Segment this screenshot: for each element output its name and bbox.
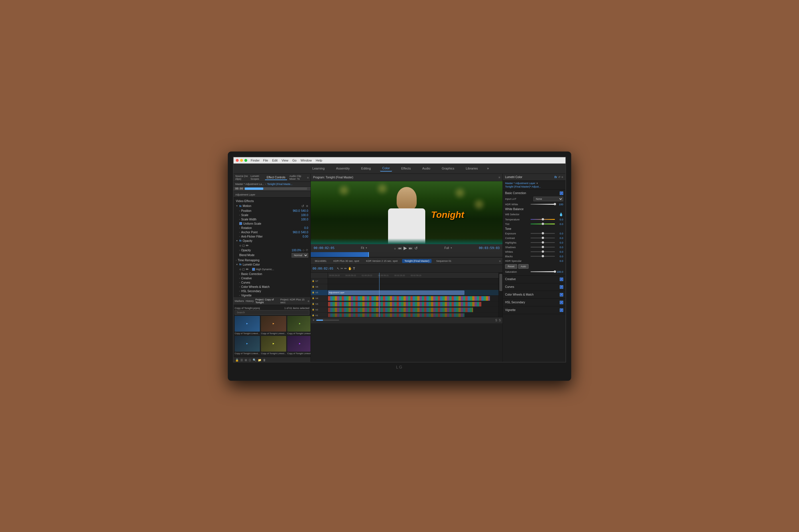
project-search-input[interactable] xyxy=(235,310,309,315)
project-delete-icon[interactable]: 🗑 xyxy=(263,359,266,362)
menu-edit[interactable]: Edit xyxy=(272,159,277,162)
auto-button[interactable]: Auto xyxy=(518,264,529,269)
tint-slider[interactable] xyxy=(530,224,555,224)
anchor-y[interactable]: 540.0 xyxy=(301,231,308,234)
high-dynamic-checkbox[interactable] xyxy=(252,268,255,271)
colorful-clips-v2[interactable] xyxy=(328,308,473,312)
contrast-slider[interactable] xyxy=(530,238,555,239)
scale-value[interactable]: 100.0 xyxy=(301,213,308,217)
opacity-value-toggle[interactable]: › xyxy=(239,249,240,251)
workspace-tab-libraries[interactable]: Libraries xyxy=(464,166,480,171)
lumetri-toggle[interactable]: ▼ xyxy=(236,263,238,266)
tool-razor[interactable]: ✂ xyxy=(341,267,343,270)
workspace-tab-editing[interactable]: Editing xyxy=(359,166,373,171)
scrollbar-thumb[interactable] xyxy=(500,274,502,291)
opacity-value[interactable]: 100.0% xyxy=(292,249,301,252)
panel-menu-project-icon[interactable]: ≡ xyxy=(308,300,309,303)
project-folder-icon[interactable]: 📁 xyxy=(258,359,261,362)
timeline-current-timecode[interactable]: 00:00:02:05 xyxy=(312,267,333,270)
color-wheels-ec-row[interactable]: › Color Wheels & Match xyxy=(234,285,310,289)
timeline-tab-961[interactable]: 961A6981 xyxy=(312,259,329,263)
add-marker-btn[interactable]: ⬦ xyxy=(394,246,396,250)
tool-selection[interactable]: ↖ xyxy=(337,267,340,270)
play-btn[interactable]: ▶ xyxy=(403,245,407,251)
media-item-2[interactable]: ▶ Copy of Tonight Linked... xyxy=(287,316,311,335)
workspace-tab-color[interactable]: Color xyxy=(380,165,392,172)
menu-help[interactable]: Help xyxy=(316,159,322,162)
lumetri-fx-toggle[interactable]: fx xyxy=(554,175,557,179)
tab-lumetri-scopes[interactable]: Lumetri Scopes xyxy=(251,175,263,180)
workspace-tab-effects[interactable]: Effects xyxy=(399,166,413,171)
zoom-out-btn[interactable]: S xyxy=(499,319,501,322)
menu-file[interactable]: File xyxy=(263,159,268,162)
rotation-value[interactable]: 0.0 xyxy=(304,226,308,230)
anti-flicker-value[interactable]: 0.00 xyxy=(303,235,308,238)
color-wheels-title[interactable]: Color Wheels & Match ✓ xyxy=(503,292,565,297)
minimize-button[interactable] xyxy=(240,159,243,162)
anchor-x[interactable]: 960.0 xyxy=(293,231,300,234)
anti-flicker-toggle[interactable]: › xyxy=(239,235,240,238)
media-item-5[interactable]: ▶ Copy of Tonight Linked... xyxy=(287,336,311,355)
timeline-menu-icon[interactable]: ≡ xyxy=(499,260,501,263)
temperature-slider[interactable] xyxy=(530,219,555,220)
tab-audio-clip-mixer[interactable]: Audio Clip Mixer: To xyxy=(289,175,305,180)
track-content-area[interactable]: 00:00:29:23 00:00:59:22 01:00:29:21 01:0… xyxy=(328,273,498,317)
tab-markers[interactable]: Markers xyxy=(235,300,244,302)
highlights-slider[interactable] xyxy=(530,242,555,243)
project-view-list[interactable]: ☰ xyxy=(240,359,243,362)
scale-toggle[interactable]: › xyxy=(239,214,240,216)
workspace-tab-assembly[interactable]: Assembly xyxy=(334,166,352,171)
scale-width-value[interactable]: 100.0 xyxy=(301,218,308,221)
saturation-thumb[interactable] xyxy=(554,270,556,273)
project-view-grid[interactable]: ⊞ xyxy=(245,359,247,362)
media-item-4[interactable]: ▶ Copy of Tonight Linked... xyxy=(261,336,286,355)
timeline-tab-tonight[interactable]: Tonight (Final Master) xyxy=(402,259,432,263)
tab-effect-controls[interactable]: Effect Controls xyxy=(265,175,287,180)
menu-window[interactable]: Window xyxy=(301,159,312,162)
maximize-button[interactable] xyxy=(244,159,247,162)
lumetri-layer-selector[interactable]: Master * Adjustment Layer ▼ Tonight (Fin… xyxy=(503,180,565,190)
timeline-tab-kdr30[interactable]: KDR Plus 30 sec. spot xyxy=(331,259,361,263)
vignette-title[interactable]: Vignette ✓ xyxy=(503,308,565,313)
motion-reset[interactable]: ↺ xyxy=(301,204,305,208)
zoom-in-btn[interactable]: S xyxy=(495,319,497,322)
hdr-white-slider[interactable] xyxy=(530,204,555,205)
saturation-slider[interactable] xyxy=(530,271,555,272)
tab-source[interactable]: Source (no clips) xyxy=(235,175,249,180)
creative-title[interactable]: Creative ✓ xyxy=(503,277,565,282)
scale-width-toggle[interactable]: › xyxy=(239,218,240,221)
lumetri-menu-icon[interactable]: ≡ xyxy=(562,175,563,179)
position-toggle[interactable]: › xyxy=(239,210,240,212)
white-balance-title[interactable]: White Balance xyxy=(503,207,565,211)
creative-enable[interactable]: ✓ xyxy=(560,278,563,281)
timeline-playhead[interactable] xyxy=(379,273,380,317)
whites-slider[interactable] xyxy=(530,251,555,252)
eyedropper-icon[interactable]: 💧 xyxy=(559,212,563,216)
tool-pen[interactable]: ✏ xyxy=(344,267,347,270)
res-dropdown-icon[interactable]: ▼ xyxy=(450,247,452,249)
reset-button[interactable]: Reset xyxy=(505,264,517,269)
menu-view[interactable]: View xyxy=(282,159,289,162)
input-lut-select[interactable]: None xyxy=(533,197,563,201)
workspace-tab-graphics[interactable]: Graphics xyxy=(439,166,457,171)
media-item-1[interactable]: ▶ Copy of Tonight Linked... xyxy=(261,316,286,335)
curves-title[interactable]: Curves ✓ xyxy=(503,284,565,290)
loop-btn[interactable]: ↺ xyxy=(414,246,418,250)
time-remap-toggle[interactable]: › xyxy=(236,259,237,262)
exposure-thumb[interactable] xyxy=(542,232,544,234)
step-fwd-btn[interactable]: ⏭ xyxy=(408,246,413,250)
position-x[interactable]: 960.0 xyxy=(293,209,300,212)
scrubber-playhead[interactable] xyxy=(368,252,369,257)
project-toolbar-lock[interactable]: 🔒 xyxy=(235,359,239,362)
tool-hand[interactable]: ✋ xyxy=(348,267,352,270)
layer-dropdown-arrow[interactable]: ▼ xyxy=(536,182,538,185)
workspace-tab-audio[interactable]: Audio xyxy=(420,166,432,171)
whites-thumb[interactable] xyxy=(542,250,544,253)
lumetri-reset-icon[interactable]: ↺ xyxy=(558,175,560,179)
hsl-secondary-enable[interactable]: ✓ xyxy=(560,301,563,304)
colorful-clips-v3[interactable] xyxy=(328,302,482,306)
uniform-scale-checkbox[interactable] xyxy=(239,222,242,225)
colorful-clips-v1[interactable] xyxy=(328,313,465,317)
opacity-keyframe-icon[interactable]: ◇ xyxy=(303,249,305,251)
workspace-more-icon[interactable]: » xyxy=(487,166,489,170)
